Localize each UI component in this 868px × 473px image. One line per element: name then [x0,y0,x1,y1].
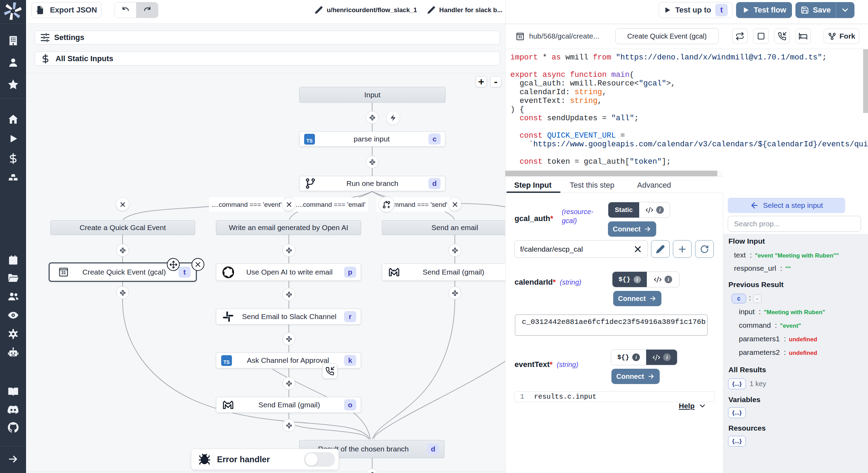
svg-text:31: 31 [61,270,66,275]
svg-text:31: 31 [518,35,522,39]
